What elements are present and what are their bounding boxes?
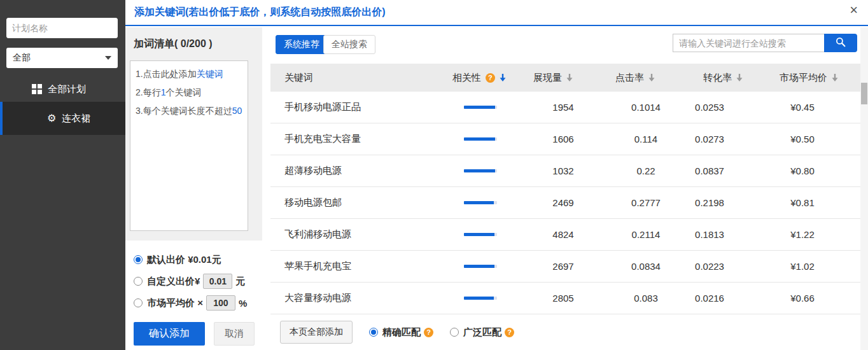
sort-down-icon[interactable] [832,74,838,81]
radio-market-bid[interactable] [134,298,143,307]
confirm-add-button[interactable]: 确认添加 [134,322,205,346]
keyword-search-input[interactable] [673,34,824,52]
bid-option-label: 自定义出价¥ [147,276,200,288]
cancel-button[interactable]: 取消 [214,322,255,346]
grid-icon [32,84,42,94]
tab-site-search[interactable]: 全站搜索 [323,35,375,54]
plans-sidebar: 全部 全部计划 ⚙ 连衣裙 [0,0,125,350]
impressions-cell: 2805 [509,293,617,304]
search-icon [836,37,846,49]
bid-option-default: 默认出价 ¥0.01元 [134,253,262,266]
ctr-cell: 0.114 [617,134,675,144]
dialog-title: 添加关键词(若出价低于底价，则系统自动按照底价出价) [134,6,386,19]
keyword-cell: 苹果手机充电宝 [270,260,452,272]
ctr-cell: 0.083 [617,293,675,304]
match-option-label: 精确匹配 [382,326,421,339]
bid-options-section: 默认出价 ¥0.01元 自定义出价¥ 元 市场平均价 × % 确认添加 取消 [125,241,262,350]
cvr-cell: 0.0216 [675,293,745,304]
sidebar-item-all-plans[interactable]: 全部计划 [0,78,125,101]
scrollbar-thumb[interactable] [861,83,867,104]
help-icon[interactable] [424,328,433,337]
table-row[interactable]: 手机移动电源正品 1954 0.1014 0.0253 ¥0.45 [270,92,860,123]
bid-option-label: 默认出价 ¥0.01元 [147,254,221,266]
sort-down-icon[interactable] [500,74,506,81]
keyword-cell: 手机充电宝大容量 [270,133,452,145]
radio-default-bid[interactable] [134,255,143,264]
help-icon[interactable] [505,328,514,337]
cvr-cell: 0.1813 [675,229,745,240]
table-footer: 本页全部添加 精确匹配 广泛匹配 [270,314,860,350]
add-all-button[interactable]: 本页全部添加 [280,321,353,344]
table-header-row: 关键词 相关性 展现量 点击率 [270,64,860,92]
keyword-list-panel: 加词清单( 0/200 ) 1.点击此处添加关键词 2.每行1个关键词 3.每个… [125,27,262,350]
market-percent-input[interactable] [206,295,235,311]
price-cell: ¥1.02 [745,261,860,272]
sidebar-item-label: 全部计划 [48,83,86,95]
table-row[interactable]: 苹果手机充电宝 2697 0.0834 0.0223 ¥1.02 [270,251,860,283]
match-option-label: 广泛匹配 [463,326,501,339]
sort-down-icon[interactable] [566,74,573,81]
ctr-cell: 0.22 [617,165,675,176]
sidebar-item-dress-plan[interactable]: ⚙ 连衣裙 [0,102,125,135]
table-row[interactable]: 移动电源包邮 2469 0.2777 0.2198 ¥0.81 [270,187,860,219]
table-body: 手机移动电源正品 1954 0.1014 0.0253 ¥0.45 手机充电宝大… [270,92,860,314]
bid-option-suffix: 元 [235,276,245,288]
custom-bid-input[interactable] [203,274,232,289]
ctr-cell: 0.2777 [617,197,675,208]
relevance-bar [452,201,509,204]
keyword-list-header: 加词清单( 0/200 ) [125,27,262,51]
add-keywords-dialog: 添加关键词(若出价低于底价，则系统自动按照底价出价) × 加词清单( 0/200… [125,0,868,350]
sort-down-icon[interactable] [648,74,655,81]
cvr-cell: 0.0253 [675,102,745,113]
column-header-cvr[interactable]: 转化率 [689,72,757,84]
table-row[interactable]: 飞利浦移动电源 4824 0.2114 0.1813 ¥1.22 [270,219,860,251]
relevance-bar [452,233,509,236]
gear-icon: ⚙ [47,113,56,123]
keyword-search-button[interactable] [824,34,857,52]
impressions-cell: 2697 [509,261,617,272]
keyword-cell: 超薄移动电源 [270,165,452,177]
table-row[interactable]: 超薄移动电源 1032 0.22 0.0837 ¥0.80 [270,155,860,187]
ctr-cell: 0.1014 [617,102,675,113]
close-icon[interactable]: × [850,3,858,17]
ctr-cell: 0.2114 [617,229,675,240]
plan-filter-dropdown[interactable]: 全部 [6,48,118,68]
column-header-market-price[interactable]: 市场平均价 [757,72,860,84]
table-row[interactable]: 手机充电宝大容量 1606 0.114 0.0273 ¥0.50 [270,123,860,155]
toolbar: 系统推荐 全站搜索 [270,27,860,64]
price-cell: ¥0.45 [745,102,860,113]
radio-exact-match[interactable] [369,328,378,337]
instruction-line: 1.点击此处添加关键词 [136,67,242,80]
relevance-bar [452,297,509,300]
help-icon[interactable] [486,73,495,83]
impressions-cell: 1606 [509,134,617,144]
keyword-textarea[interactable]: 1.点击此处添加关键词 2.每行1个关键词 3.每个关键词长度不超过50 [130,60,248,231]
instruction-line: 3.每个关键词长度不超过50 [136,104,242,117]
chevron-down-icon [105,56,111,60]
column-header-relevance[interactable]: 相关性 [434,72,525,84]
relevance-bar [452,169,509,172]
keyword-cell: 飞利浦移动电源 [270,228,452,241]
radio-custom-bid[interactable] [134,277,143,286]
table-row[interactable]: 大容量移动电源 2805 0.083 0.0216 ¥0.66 [270,283,860,314]
keyword-search-box [673,34,857,52]
keyword-cell: 移动电源包邮 [270,197,452,209]
tab-system-recommend[interactable]: 系统推荐 [276,35,328,54]
ctr-cell: 0.0834 [617,261,675,272]
column-header-ctr[interactable]: 点击率 [581,72,689,84]
radio-broad-match[interactable] [450,328,459,337]
bid-option-suffix: % [239,298,247,309]
impressions-cell: 1954 [509,102,617,113]
plan-search-input[interactable] [7,23,132,33]
impressions-cell: 2469 [509,197,617,208]
cvr-cell: 0.0223 [675,261,745,272]
column-header-impressions[interactable]: 展现量 [524,72,581,84]
sort-down-icon[interactable] [736,74,743,81]
sidebar-item-label: 连衣裙 [62,113,90,125]
plan-filter-value: 全部 [13,52,31,64]
match-option-broad: 广泛匹配 [450,326,514,339]
keyword-cell: 大容量移动电源 [270,292,452,304]
vertical-scrollbar[interactable] [860,27,868,350]
keyword-table-area: 系统推荐 全站搜索 关键词 相关性 [270,27,860,350]
instruction-line: 2.每行1个关键词 [136,86,242,99]
